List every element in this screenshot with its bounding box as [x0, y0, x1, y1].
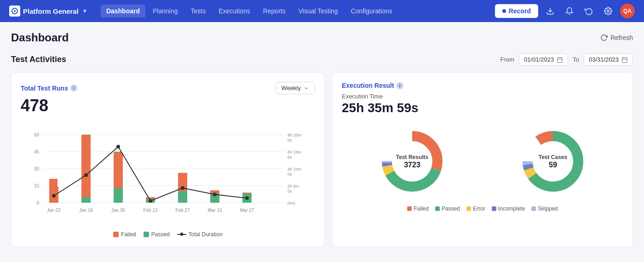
svg-text:3723: 3723 — [404, 161, 420, 169]
chevron-down-icon — [304, 85, 309, 91]
exec-time-label: Execution Time — [342, 93, 623, 100]
settings-button[interactable] — [601, 4, 615, 18]
svg-text:0s: 0s — [288, 172, 292, 177]
svg-text:0ms: 0ms — [288, 201, 296, 205]
app-name: Platform General — [23, 7, 79, 15]
chart-card-title: Total Test Runs i — [21, 85, 77, 92]
info-icon: i — [70, 85, 77, 91]
legend-duration: Total Duration — [177, 231, 223, 238]
from-date-input[interactable]: 01/01/2023 — [519, 53, 568, 66]
passed-swatch — [144, 232, 149, 237]
app-brand[interactable]: Platform General ▾ — [9, 6, 86, 17]
svg-text:0s: 0s — [288, 155, 292, 159]
svg-text:Feb 27: Feb 27 — [175, 208, 190, 213]
svg-text:0s: 0s — [288, 189, 292, 194]
nav-reports[interactable]: Reports — [258, 5, 291, 17]
calendar-icon-2 — [621, 57, 628, 63]
svg-text:Test Results: Test Results — [396, 154, 429, 160]
page-title: Dashboard — [11, 31, 69, 44]
svg-text:30: 30 — [34, 166, 40, 171]
history-button[interactable] — [581, 4, 596, 18]
nav-visual-testing[interactable]: Visual Testing — [293, 5, 344, 17]
svg-text:Feb 13: Feb 13 — [143, 208, 158, 213]
bar-chart: 0 15 30 45 60 0ms 2h 5m 0s 4h 10m 0s 6h … — [21, 120, 315, 226]
notifications-button[interactable] — [562, 4, 577, 18]
total-count: 478 — [21, 96, 315, 115]
svg-text:4h 10m: 4h 10m — [288, 167, 301, 171]
chart-card: Total Test Runs i Weekly 478 — [11, 72, 325, 247]
chart-card-header: Total Test Runs i Weekly — [21, 82, 315, 94]
chart-container: 0 15 30 45 60 0ms 2h 5m 0s 4h 10m 0s 6h … — [21, 120, 315, 228]
donut-chart-1: Test Results 3723 — [375, 125, 449, 198]
dashboard-header: Dashboard Refresh — [11, 31, 633, 44]
legend-failed: Failed — [113, 231, 136, 238]
exec-error-swatch — [466, 206, 471, 211]
app-logo — [9, 6, 20, 17]
svg-text:60: 60 — [34, 132, 40, 137]
svg-text:Jan 16: Jan 16 — [79, 208, 93, 213]
nav-executions[interactable]: Executions — [213, 5, 255, 17]
svg-text:59: 59 — [549, 161, 557, 169]
svg-text:0: 0 — [36, 200, 39, 205]
exec-legend-passed: Passed — [435, 205, 460, 212]
cards-row: Total Test Runs i Weekly 478 — [11, 72, 633, 247]
from-label: From — [500, 56, 514, 63]
date-filters: From 01/01/2023 To 03/31/2023 — [500, 53, 633, 66]
nav-tests[interactable]: Tests — [185, 5, 212, 17]
svg-rect-48 — [242, 193, 252, 194]
svg-rect-45 — [178, 191, 187, 203]
svg-text:Jan 30: Jan 30 — [111, 208, 125, 213]
svg-point-53 — [149, 199, 152, 203]
record-button[interactable]: Record — [495, 4, 538, 18]
svg-text:6h 15m: 6h 15m — [288, 150, 301, 154]
svg-point-51 — [84, 173, 88, 177]
weekly-dropdown[interactable]: Weekly — [276, 82, 315, 94]
user-avatar[interactable]: QA — [620, 4, 635, 18]
refresh-button[interactable]: Refresh — [600, 34, 633, 41]
chart-legend: Failed Passed Total Duration — [21, 231, 315, 238]
section-header: Test Activities From 01/01/2023 To 03/31… — [11, 53, 633, 66]
svg-text:Mar 13: Mar 13 — [207, 208, 222, 213]
navbar: Platform General ▾ Dashboard Planning Te… — [0, 0, 644, 22]
svg-text:Mar 27: Mar 27 — [240, 208, 254, 213]
duration-line-icon — [177, 234, 186, 235]
svg-text:0s: 0s — [288, 138, 292, 142]
app-chevron-icon: ▾ — [83, 8, 86, 14]
to-date-input[interactable]: 03/31/2023 — [584, 53, 633, 66]
record-dot-icon — [502, 9, 506, 13]
navbar-actions: Record QA — [495, 4, 635, 18]
donut-chart-2: Test Cases 59 — [516, 125, 590, 198]
svg-point-50 — [52, 194, 56, 198]
svg-rect-39 — [81, 197, 91, 203]
nav-links: Dashboard Planning Tests Executions Repo… — [101, 5, 491, 17]
svg-rect-38 — [81, 135, 91, 203]
main-content: Dashboard Refresh Test Activities From 0… — [0, 22, 644, 256]
execution-card-header: Execution Result i — [342, 82, 623, 89]
svg-point-3 — [607, 10, 610, 12]
svg-point-1 — [14, 10, 16, 12]
exec-time-value: 25h 35m 59s — [342, 101, 623, 115]
svg-point-56 — [245, 196, 249, 200]
svg-point-52 — [116, 145, 120, 148]
svg-point-55 — [213, 193, 217, 196]
nav-configurations[interactable]: Configurations — [345, 5, 398, 17]
nav-dashboard[interactable]: Dashboard — [101, 5, 145, 17]
exec-passed-swatch — [435, 206, 440, 211]
svg-text:15: 15 — [34, 183, 40, 188]
donuts-row: Test Results 3723 Test Cases 59 — [342, 125, 623, 198]
exec-skipped-swatch — [531, 206, 536, 211]
svg-text:Test Cases: Test Cases — [539, 154, 568, 160]
nav-planning[interactable]: Planning — [147, 5, 184, 17]
exec-legend-skipped: Skipped — [531, 205, 558, 212]
calendar-icon — [557, 57, 563, 63]
refresh-icon — [600, 34, 608, 41]
exec-legend-failed: Failed — [407, 205, 429, 212]
svg-rect-4 — [558, 57, 563, 62]
download-button[interactable] — [543, 4, 558, 18]
execution-legend: Failed Passed Error Incomplete Skipped — [342, 205, 623, 212]
failed-swatch — [113, 232, 119, 237]
exec-info-icon: i — [397, 82, 403, 89]
exec-incomplete-swatch — [492, 206, 496, 211]
svg-text:8h 20m: 8h 20m — [288, 133, 301, 137]
to-label: To — [573, 56, 579, 63]
